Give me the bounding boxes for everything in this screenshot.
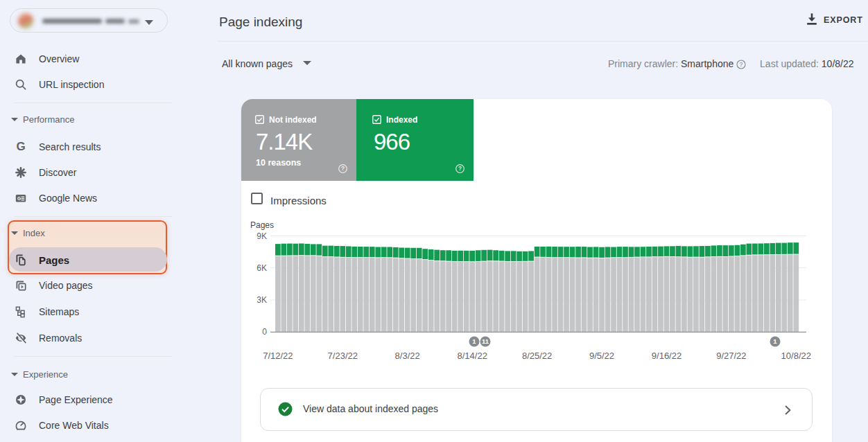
svg-text:G: G [17, 196, 21, 201]
svg-text:9/16/22: 9/16/22 [652, 351, 682, 361]
svg-text:9/27/22: 9/27/22 [716, 351, 746, 361]
svg-text:3K: 3K [257, 295, 267, 305]
svg-text:10/8/22: 10/8/22 [781, 351, 811, 361]
svg-text:?: ? [341, 165, 345, 172]
svg-text:1: 1 [773, 337, 777, 345]
svg-text:0: 0 [262, 327, 267, 337]
svg-text:11: 11 [482, 337, 489, 345]
svg-text:8/25/22: 8/25/22 [522, 351, 552, 361]
svg-text:?: ? [740, 61, 743, 68]
svg-text:9/5/22: 9/5/22 [589, 351, 614, 361]
svg-text:Pages: Pages [250, 220, 274, 230]
svg-text:7/23/22: 7/23/22 [328, 351, 358, 361]
svg-text:9K: 9K [257, 231, 267, 241]
svg-text:1: 1 [472, 337, 476, 345]
svg-text:6K: 6K [257, 263, 267, 273]
svg-text:8/3/22: 8/3/22 [395, 351, 420, 361]
svg-text:?: ? [458, 165, 462, 172]
svg-text:8/14/22: 8/14/22 [458, 351, 487, 361]
svg-text:7/12/22: 7/12/22 [263, 351, 293, 361]
